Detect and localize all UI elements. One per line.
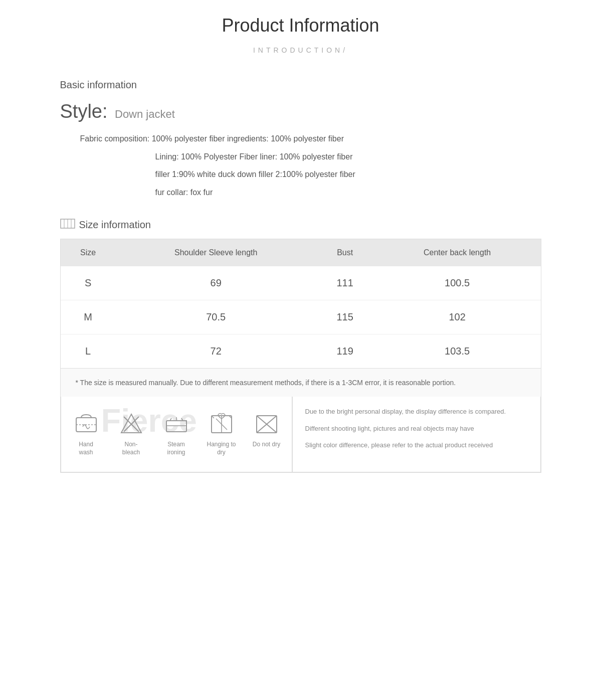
size-info-section: Size information Size Shoulder Sleeve le… [60, 219, 541, 472]
style-label: Style: [60, 101, 108, 122]
page-title: Product Information [60, 15, 541, 36]
care-item-no-bleach: Non-bleach [116, 412, 146, 456]
care-note-2: Different shooting light, pictures and r… [305, 424, 528, 434]
svg-rect-9 [166, 421, 186, 432]
table-cell: 69 [116, 266, 316, 300]
basic-info-title: Basic information [60, 79, 541, 91]
table-cell: 70.5 [116, 300, 316, 334]
table-row: S69111100.5 [61, 266, 541, 300]
care-section: Fierce Handwash [61, 397, 541, 472]
table-cell: L [61, 334, 116, 369]
table-row: M70.5115102 [61, 300, 541, 334]
steam-iron-icon [164, 412, 189, 437]
hang-dry-icon [209, 412, 234, 437]
table-cell: S [61, 266, 116, 300]
hand-wash-label: Handwash [79, 441, 93, 456]
col-header-size: Size [61, 239, 116, 266]
lining-line2: filler 1:90% white duck down filler 2:10… [155, 168, 541, 181]
style-row: Style: Down jacket [60, 101, 541, 122]
hand-wash-icon [74, 412, 99, 437]
size-table: Size Shoulder Sleeve length Bust Center … [61, 239, 541, 368]
size-table-wrapper: Size Shoulder Sleeve length Bust Center … [60, 239, 541, 472]
table-cell: 119 [316, 334, 374, 369]
lining-line1: Lining: 100% Polyester Fiber liner: 100%… [155, 150, 541, 163]
no-bleach-label: Non-bleach [116, 441, 146, 456]
table-row: L72119103.5 [61, 334, 541, 369]
table-cell: M [61, 300, 116, 334]
col-header-back: Center back length [374, 239, 541, 266]
basic-info-section: Basic information Style: Down jacket Fab… [60, 79, 541, 199]
care-item-hang-dry: Hanging to dry [207, 412, 237, 456]
no-dry-icon [254, 412, 279, 437]
no-bleach-icon [119, 412, 144, 437]
table-cell: 102 [374, 300, 541, 334]
table-cell: 72 [116, 334, 316, 369]
col-header-shoulder: Shoulder Sleeve length [116, 239, 316, 266]
table-cell: 100.5 [374, 266, 541, 300]
table-header-row: Size Shoulder Sleeve length Bust Center … [61, 239, 541, 266]
care-note-3: Slight color difference, please refer to… [305, 440, 528, 450]
steam-iron-label: Steam ironing [161, 441, 191, 456]
size-note: * The size is measured manually. Due to … [61, 368, 541, 397]
hang-dry-label: Hanging to dry [207, 441, 237, 456]
intro-subtitle: INTRODUCTION/ [60, 46, 541, 54]
style-value: Down jacket [115, 108, 175, 120]
col-header-bust: Bust [316, 239, 374, 266]
size-section-title: Size information [60, 219, 541, 231]
fabric-line1: Fabric composition: 100% polyester fiber… [80, 132, 541, 145]
care-notes: Due to the bright personal display, the … [293, 397, 540, 471]
size-icon [60, 219, 75, 231]
lining-line3: fur collar: fox fur [155, 186, 541, 199]
care-note-1: Due to the bright personal display, the … [305, 407, 528, 417]
care-item-no-dry: Do not dry [252, 412, 282, 449]
table-cell: 103.5 [374, 334, 541, 369]
care-item-steam-iron: Steam ironing [161, 412, 191, 456]
table-cell: 111 [316, 266, 374, 300]
table-cell: 115 [316, 300, 374, 334]
fabric-info: Fabric composition: 100% polyester fiber… [80, 132, 541, 199]
no-dry-label: Do not dry [253, 441, 280, 449]
care-icons: Handwash Non-bleach [61, 397, 292, 471]
lining-block: Lining: 100% Polyester Fiber liner: 100%… [155, 150, 541, 199]
care-item-handwash: Handwash [71, 412, 101, 456]
